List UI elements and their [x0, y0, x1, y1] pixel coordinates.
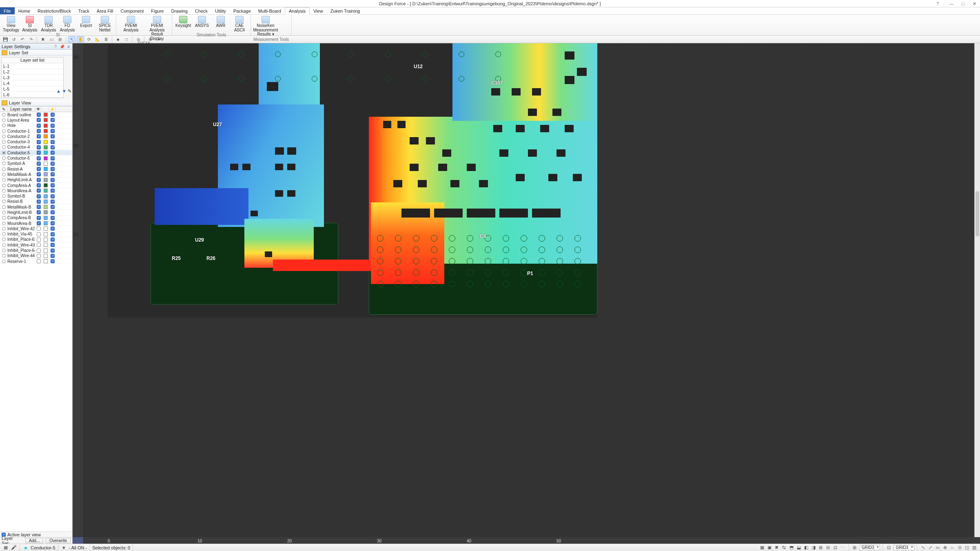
menu-tab-zuken-training[interactable]: Zuken Training [327, 7, 364, 14]
layer-radio[interactable] [0, 216, 7, 220]
layer-radio[interactable] [0, 167, 7, 171]
layer-row[interactable]: Conductor-6 [0, 156, 72, 161]
layer-color-swatch[interactable] [42, 238, 49, 242]
layer-color-swatch[interactable] [42, 151, 49, 155]
layer-radio[interactable] [0, 260, 7, 263]
layer-color-swatch[interactable] [42, 156, 49, 160]
layer-select-checkbox[interactable] [49, 124, 56, 128]
layer-radio[interactable] [0, 151, 7, 155]
layer-view-tab[interactable]: Layer View [0, 100, 72, 106]
status-i1-icon[interactable]: ▦ [759, 545, 765, 551]
layer-set-item[interactable]: L-6 [2, 92, 63, 98]
status-r4-icon[interactable]: ⊕ [942, 545, 948, 551]
layer-row[interactable]: Symbol-B [0, 193, 72, 199]
status-r3-icon[interactable]: ▭ [934, 545, 941, 551]
layer-visible-checkbox[interactable] [35, 151, 42, 155]
hand-icon[interactable]: ✋ [77, 36, 84, 42]
minimize-button[interactable]: — [946, 0, 957, 7]
layer-row[interactable]: MountArea-B [0, 221, 72, 226]
ribbon-ansys[interactable]: ANSYS [193, 16, 211, 29]
cursor-icon[interactable]: ↖ [68, 36, 75, 42]
layer-color-swatch[interactable] [42, 178, 49, 182]
layer-select-checkbox[interactable] [49, 232, 56, 236]
layer-radio[interactable] [0, 227, 7, 231]
status-r2-icon[interactable]: ⤢ [927, 545, 933, 551]
layer-radio[interactable] [0, 162, 7, 165]
layer-select-checkbox[interactable] [49, 183, 56, 187]
ribbon-fd-analysis[interactable]: FD Analysis [58, 16, 77, 33]
layer-select-checkbox[interactable] [49, 134, 56, 138]
layer-select-checkbox[interactable] [49, 221, 56, 225]
help-icon[interactable]: ? [53, 44, 58, 49]
undo-icon[interactable]: ↶ [19, 36, 26, 42]
layer-select-checkbox[interactable] [49, 194, 56, 198]
layer-visible-checkbox[interactable] [35, 140, 42, 144]
close-icon[interactable]: ✕ [66, 44, 71, 49]
layer-color-swatch[interactable] [42, 254, 49, 258]
layer-visible-checkbox[interactable] [35, 194, 42, 198]
menu-tab-restriction-block[interactable]: Restriction/Block [34, 7, 75, 14]
layer-color-swatch[interactable] [42, 140, 49, 144]
status-i12-icon[interactable]: ⋯ [840, 545, 846, 551]
layer-set-item[interactable]: L-3 [2, 75, 63, 80]
ribbon-spice-netlist[interactable]: SPICE Netlist [95, 16, 114, 33]
add-layer-set-button[interactable]: Add... [25, 538, 43, 543]
grid2-icon[interactable]: ⊡ [885, 545, 892, 551]
edit-button[interactable]: ✎ [68, 89, 71, 93]
rotate-icon[interactable]: ⟳ [85, 36, 93, 42]
layer-visible-checkbox[interactable] [35, 189, 42, 193]
layer-set-tab[interactable]: Layer Set [0, 50, 72, 56]
layer-select-checkbox[interactable] [49, 238, 56, 242]
menu-tab-home[interactable]: Home [15, 7, 34, 14]
layer-set-item[interactable]: L-2 [2, 69, 63, 75]
menu-tab-area-fill[interactable]: Area Fill [93, 7, 117, 14]
layer-row[interactable]: Layout Area [0, 118, 72, 123]
layer-color-swatch[interactable] [42, 167, 49, 171]
horizontal-ruler[interactable]: 01020304050 [83, 537, 980, 544]
layer-radio[interactable] [0, 254, 7, 258]
layer-select-checkbox[interactable] [49, 254, 56, 258]
layer-row[interactable]: Inhibit_Place-64 [0, 248, 72, 253]
help-button[interactable]: ? [932, 0, 943, 7]
status-r1-icon[interactable]: ⤡ [920, 545, 926, 551]
layer-radio[interactable] [0, 232, 7, 236]
layer-select-checkbox[interactable] [49, 205, 56, 209]
ribbon-cae-ascii[interactable]: CAE ASCII [230, 16, 249, 33]
status-i8-icon[interactable]: ◨ [810, 545, 817, 551]
layer-row[interactable]: Inhibit_Place-63 [0, 237, 72, 242]
layer-radio[interactable] [0, 200, 7, 203]
menu-tab-check[interactable]: Check [191, 7, 211, 14]
layer-row[interactable]: Inhibit_Wire-42 [0, 226, 72, 231]
grid1-combo[interactable]: GRID3 [860, 545, 880, 550]
layer-select-checkbox[interactable] [49, 162, 56, 166]
layer-radio[interactable] [0, 243, 7, 247]
layer-row[interactable]: Symbol-A [0, 161, 72, 167]
layer-color-swatch[interactable] [42, 259, 49, 263]
layer-select-checkbox[interactable] [49, 259, 56, 263]
redo-icon[interactable]: ↷ [27, 36, 35, 42]
layer-radio[interactable] [0, 135, 7, 138]
ribbon-pi-emi-analysis[interactable]: PI/EMI Analysis [118, 16, 144, 33]
layer-set-item[interactable]: L-5 [2, 86, 63, 92]
layer-visible-checkbox[interactable] [35, 232, 42, 236]
status-i4-icon[interactable]: ⇆ [781, 545, 787, 551]
layer-color-swatch[interactable] [42, 129, 49, 133]
mic-icon[interactable]: 🎤 [11, 545, 17, 551]
layer-visible-checkbox[interactable] [35, 124, 42, 128]
layer-visible-checkbox[interactable] [35, 243, 42, 247]
menu-tab-component[interactable]: Component [117, 7, 147, 14]
layer-select-checkbox[interactable] [49, 140, 56, 144]
select-cross-icon[interactable]: ⊞ [56, 36, 64, 42]
layer-color-swatch[interactable] [42, 221, 49, 225]
col-select[interactable]: ⚡ [49, 107, 56, 112]
layer-row[interactable]: Reserve-1 [0, 259, 72, 264]
layer-visible-checkbox[interactable] [35, 205, 42, 209]
layer-visible-checkbox[interactable] [35, 156, 42, 160]
layer-radio[interactable] [0, 238, 7, 241]
ribbon-tdr-analysis[interactable]: TDR Analysis [39, 16, 58, 33]
layer-row[interactable]: HeightLimit-B [0, 210, 72, 215]
layer-set-list[interactable]: Layer set list L-1L-2L-3L-4L-5L-6 [1, 57, 64, 98]
vertical-ruler[interactable]: 302010 [73, 43, 83, 537]
ribbon-keysight[interactable]: Keysight [174, 16, 193, 29]
history-icon[interactable]: ↺ [10, 36, 18, 42]
